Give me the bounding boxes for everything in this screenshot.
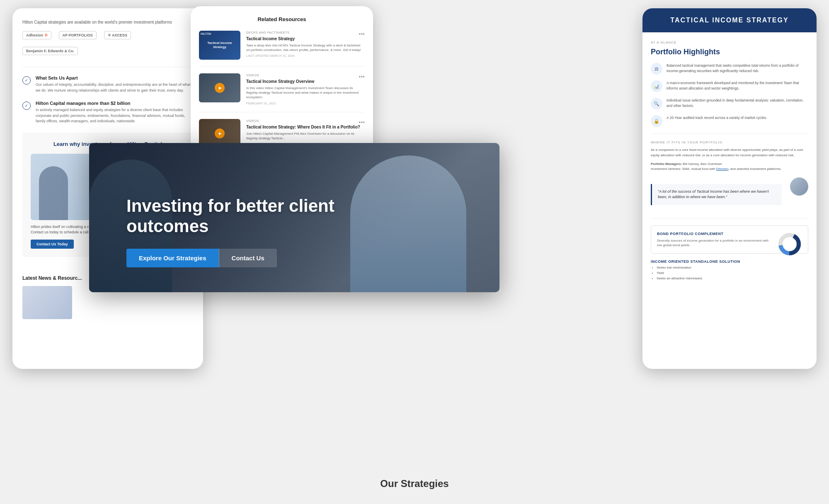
section-billion-text: In actively managed balanced and equity … bbox=[36, 107, 193, 124]
logo-ap: AP PORTFOLIOS bbox=[59, 31, 97, 39]
highlight-text-1: Balanced tactical management that seeks … bbox=[667, 63, 808, 75]
person-silhouette bbox=[39, 166, 68, 220]
play-button-3[interactable] bbox=[215, 128, 225, 138]
standalone-item-3: Seeks an attractive risk/reward. bbox=[657, 276, 808, 281]
section-apart-title: What Sets Us Apart bbox=[36, 75, 193, 80]
standalone-item-2: Yield bbox=[657, 271, 808, 276]
resource-tag-2: VIDEOS bbox=[246, 73, 365, 77]
resource-title-2: Tactical Income Strategy Overview bbox=[246, 79, 365, 84]
hero-buttons: Explore Our Strategies Contact Us bbox=[126, 249, 367, 267]
tr-body: AT A GLANCE Portfolio Highlights ⚖ Balan… bbox=[642, 32, 817, 289]
highlight-icon-1: ⚖ bbox=[651, 63, 662, 75]
related-resources-heading: Related Resources bbox=[199, 16, 365, 22]
highlight-4: 🔒 A 20-Year audited track record across … bbox=[651, 115, 808, 127]
resource-thumb-1: HILTON Tactical Income Strategy bbox=[199, 31, 240, 60]
tl-top-text: Hilton Capital strategies are available … bbox=[22, 20, 193, 24]
glance-label: AT A GLANCE bbox=[651, 41, 808, 44]
contact-us-button[interactable]: Contact Us bbox=[219, 249, 277, 267]
resource-date-1: LAST UPDATED MARCH 31, 2024 bbox=[246, 54, 365, 58]
resource-title-3: Tactical Income Strategy: Where Does It … bbox=[246, 124, 365, 130]
play-button-2[interactable] bbox=[215, 83, 225, 93]
tr-quote: "A lot of the success of Tactical Income… bbox=[651, 184, 782, 205]
highlight-text-3: Individual issue selection grounded in d… bbox=[667, 98, 808, 109]
highlight-text-2: A macro-economic framework developed and… bbox=[667, 80, 808, 92]
resource-desc-1: Take a deep dive into HCM's Tactical Inc… bbox=[246, 43, 365, 52]
resource-thumb-2 bbox=[199, 73, 240, 102]
contact-us-today-button[interactable]: Contact Us Today bbox=[31, 240, 74, 249]
bond-section: BOND PORTFOLIO COMPLEMENT Diversify sour… bbox=[651, 225, 808, 254]
where-label: WHERE IT FITS IN YOUR PORTFOLIO bbox=[651, 141, 808, 144]
highlight-icon-4: 🔒 bbox=[651, 115, 662, 127]
shield-icon bbox=[22, 76, 31, 85]
more-button-1[interactable]: ••• bbox=[359, 31, 365, 37]
tr-divider bbox=[651, 133, 808, 134]
tl-logos: Adhesion ⚙ AP PORTFOLIOS ✕ AXCESS Benjam… bbox=[22, 31, 193, 55]
resource-tag-3: VIDEOS bbox=[246, 119, 365, 123]
tablet-right: TACTICAL INCOME STRATEGY AT A GLANCE Por… bbox=[642, 8, 817, 369]
resource-tag-1: DECKS AND FACTSHEETS bbox=[246, 31, 365, 34]
highlight-3: 🔍 Individual issue selection grounded in… bbox=[651, 98, 808, 109]
standalone-list: Seeks risk minimization Yield Seeks an a… bbox=[651, 265, 808, 281]
thumb-label-1: Tactical Income Strategy bbox=[199, 39, 240, 51]
tr-header-title: TACTICAL INCOME STRATEGY bbox=[652, 17, 807, 24]
hero-content: Investing for better client outcomes Exp… bbox=[126, 196, 367, 267]
news-image bbox=[22, 286, 72, 319]
hero-headline: Investing for better client outcomes bbox=[126, 196, 367, 236]
logo-adhesion: Adhesion ⚙ bbox=[22, 31, 51, 39]
person-right-shape bbox=[350, 155, 466, 292]
tr-avatar bbox=[790, 177, 808, 196]
tl-section-apart: What Sets Us Apart Our values of integri… bbox=[22, 75, 193, 93]
standalone-title: INCOME ORIENTED STANDALONE SOLUTION bbox=[651, 259, 808, 264]
highlight-icon-3: 🔍 bbox=[651, 98, 662, 109]
where-text: As a companion to a core fixed income al… bbox=[651, 148, 808, 158]
our-strategies-label: Our Strategies bbox=[0, 478, 829, 489]
direxion-link[interactable]: Direxion bbox=[716, 167, 728, 171]
resource-title-1: Tactical Income Strategy bbox=[246, 36, 365, 41]
tl-divider bbox=[22, 67, 193, 67]
standalone-item-1: Seeks risk minimization bbox=[657, 265, 808, 271]
highlight-icon-2: 📊 bbox=[651, 80, 662, 92]
highlight-2: 📊 A macro-economic framework developed a… bbox=[651, 80, 808, 92]
standalone-section: INCOME ORIENTED STANDALONE SOLUTION Seek… bbox=[651, 259, 808, 281]
more-button-3[interactable]: ••• bbox=[359, 119, 365, 126]
hero-overlay: Investing for better client outcomes Exp… bbox=[89, 143, 499, 292]
ring-chart bbox=[777, 232, 802, 257]
resource-desc-2: In this video Hilton Capital Management'… bbox=[246, 86, 365, 100]
tr-header: TACTICAL INCOME STRATEGY bbox=[642, 8, 817, 32]
explore-strategies-button[interactable]: Explore Our Strategies bbox=[126, 249, 219, 267]
bottom-section: Our Strategies bbox=[0, 470, 829, 489]
managers-info: Portfolio Managers: Bill Garvey, Alex Ox… bbox=[651, 162, 808, 172]
portfolio-highlights-title: Portfolio Highlights bbox=[651, 48, 808, 56]
logo-axcess: ✕ AXCESS bbox=[104, 31, 131, 39]
resource-item-1: ••• HILTON Tactical Income Strategy DECK… bbox=[199, 31, 365, 67]
section-apart-text: Our values of integrity, accountability,… bbox=[36, 82, 193, 93]
highlight-text-4: A 20-Year audited track record across a … bbox=[667, 115, 767, 127]
resource-desc-3: Join Hilton Capital Management PM Alex O… bbox=[246, 131, 365, 141]
logo-benjamin: Benjamin F. Edwards & Co. bbox=[22, 47, 78, 55]
more-button-2[interactable]: ••• bbox=[359, 73, 365, 80]
thumb-logo-1: HILTON bbox=[201, 32, 211, 35]
tl-section-billion: Hilton Capital manages more than $2 bill… bbox=[22, 101, 193, 124]
dollar-icon bbox=[22, 102, 31, 110]
resource-item-2: ••• VIDEOS Tactical Income Strategy Over… bbox=[199, 73, 365, 112]
resource-date-2: FEBRUARY 01, 2021 bbox=[246, 102, 365, 105]
highlight-1: ⚖ Balanced tactical management that seek… bbox=[651, 63, 808, 75]
section-billion-title: Hilton Capital manages more than $2 bill… bbox=[36, 101, 193, 106]
